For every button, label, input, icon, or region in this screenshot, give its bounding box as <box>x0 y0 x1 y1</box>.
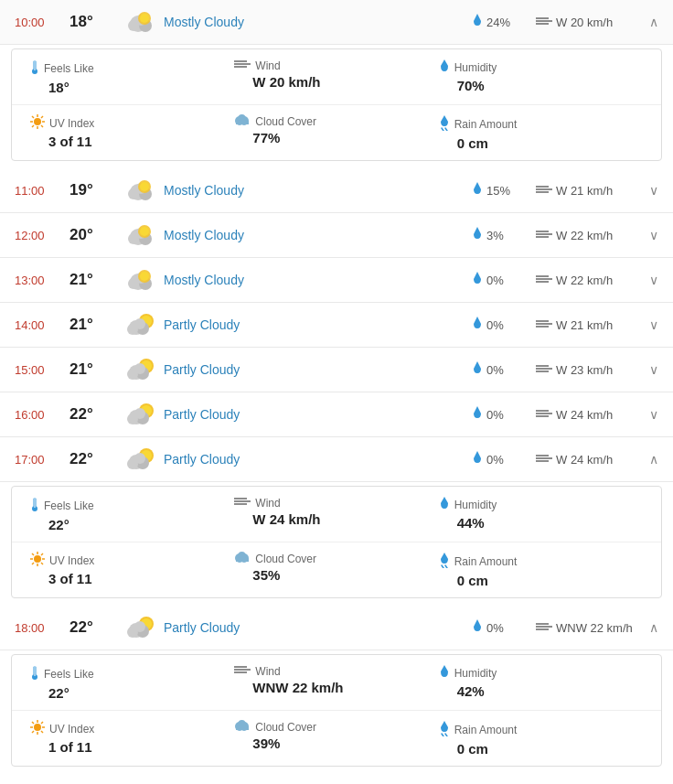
svg-point-110 <box>239 552 246 559</box>
weather-icon <box>120 222 164 248</box>
feels-like-item: Feels Like 22° <box>30 664 234 701</box>
svg-line-22 <box>41 116 43 118</box>
uv-label: UV Index <box>30 552 234 569</box>
chevron-icon: ∧ <box>636 15 658 29</box>
svg-line-21 <box>41 125 43 127</box>
chevron-icon: ∧ <box>636 452 658 467</box>
rain-drop-icon <box>472 227 483 244</box>
rain-drop-icon <box>472 361 483 379</box>
weather-icon <box>120 357 164 382</box>
wind-icon <box>536 363 552 377</box>
description: Partly Cloudy <box>164 452 472 467</box>
cloud-item: Cloud Cover 39% <box>234 720 438 757</box>
uv-value: 3 of 11 <box>48 571 234 586</box>
cloud-cover-icon <box>234 552 251 565</box>
wind-item: Wind W 24 km/h <box>234 496 438 532</box>
chevron-icon: ∨ <box>636 228 658 242</box>
wind-value: WNW 22 km/h <box>252 680 438 695</box>
detail-panel: Feels Like 22° Wind WNW 22 km/h Humidity… <box>11 654 662 767</box>
cloud-value: 39% <box>252 736 438 751</box>
time: 10:00 <box>15 16 69 29</box>
wind-speed: W 24 km/h <box>536 408 636 422</box>
weather-row[interactable]: 17:00 22° Partly Cloudy 0% W 24 km/h ∧ <box>0 437 673 482</box>
description: Partly Cloudy <box>164 620 472 635</box>
weather-row[interactable]: 14:00 21° Partly Cloudy 0% W 21 km/h ∨ <box>0 303 673 348</box>
weather-icon <box>120 312 164 338</box>
feels-like-item: Feels Like 18° <box>30 59 234 95</box>
wind-detail-icon <box>234 496 251 510</box>
cloud-cover-icon <box>234 720 251 734</box>
rain-drop-icon <box>472 451 483 468</box>
svg-point-15 <box>34 118 41 125</box>
weather-row[interactable]: 10:00 18° Mostly Cloudy 24% W 20 km/h ∧ <box>0 0 673 45</box>
rain-amount-label: Rain Amount <box>439 720 643 739</box>
wind-label: Wind <box>234 59 438 72</box>
humidity-label: Humidity <box>439 664 643 682</box>
uv-value: 1 of 11 <box>48 739 234 755</box>
weather-icon <box>120 267 164 293</box>
humidity-icon <box>439 496 450 513</box>
svg-point-71 <box>134 363 145 374</box>
svg-rect-111 <box>236 558 249 562</box>
rain-drop-icon <box>472 272 483 289</box>
humidity-value: 70% <box>457 78 643 93</box>
wind-speed: W 23 km/h <box>536 363 636 377</box>
rain-chance: 0% <box>472 317 536 334</box>
detail-panel: Feels Like 18° Wind W 20 km/h Humidity 7… <box>11 48 662 161</box>
svg-point-44 <box>140 227 149 236</box>
svg-line-105 <box>41 563 43 564</box>
description: Partly Cloudy <box>164 317 472 332</box>
feels-like-label: Feels Like <box>30 59 234 78</box>
wind-value: W 24 km/h <box>252 511 438 527</box>
wind-detail-icon <box>234 59 251 72</box>
svg-point-89 <box>134 453 145 464</box>
rain-amount-value: 0 cm <box>457 573 643 588</box>
rain-drop-icon <box>472 317 483 334</box>
svg-point-5 <box>140 14 149 23</box>
time: 11:00 <box>15 184 69 198</box>
thermometer-icon <box>30 59 39 78</box>
feels-like-value: 22° <box>48 517 234 532</box>
wind-item: Wind W 20 km/h <box>234 59 438 95</box>
rain-amount-item: Rain Amount 0 cm <box>439 720 643 757</box>
description: Partly Cloudy <box>164 362 472 377</box>
description: Mostly Cloudy <box>164 273 472 287</box>
cloud-label: Cloud Cover <box>234 552 438 565</box>
time: 16:00 <box>15 408 69 422</box>
description: Mostly Cloudy <box>164 183 472 198</box>
cloud-value: 35% <box>252 567 438 583</box>
rain-chance: 0% <box>472 619 536 637</box>
weather-row[interactable]: 12:00 20° Mostly Cloudy 3% W 22 km/h ∨ <box>0 213 673 258</box>
svg-line-112 <box>442 565 443 568</box>
detail-row-top: Feels Like 22° Wind WNW 22 km/h Humidity… <box>12 655 661 711</box>
wind-speed: W 22 km/h <box>536 229 636 242</box>
svg-line-29 <box>445 128 447 131</box>
svg-point-140 <box>239 720 246 727</box>
svg-line-23 <box>32 125 34 127</box>
weather-row[interactable]: 13:00 21° Mostly Cloudy 0% W 22 km/h ∨ <box>0 258 673 303</box>
rain-chance: 15% <box>472 182 536 199</box>
svg-line-135 <box>41 731 43 733</box>
rain-detail-icon <box>439 114 450 134</box>
time: 12:00 <box>15 229 69 242</box>
wind-speed: W 24 km/h <box>536 453 636 467</box>
wind-icon <box>536 408 552 422</box>
feels-like-value: 22° <box>48 685 234 701</box>
temperature: 20° <box>69 226 120 244</box>
weather-row[interactable]: 15:00 21° Partly Cloudy 0% W 23 km/h ∨ <box>0 348 673 392</box>
rain-chance: 0% <box>472 361 536 379</box>
humidity-value: 44% <box>457 515 643 531</box>
weather-row[interactable]: 11:00 19° Mostly Cloudy 15% W 21 km/h ∨ <box>0 168 673 213</box>
svg-point-129 <box>34 724 41 731</box>
rain-detail-icon <box>439 720 450 739</box>
description: Partly Cloudy <box>164 407 472 422</box>
weather-row[interactable]: 18:00 22° Partly Cloudy 0% WNW 22 km/h ∧ <box>0 606 673 650</box>
cloud-item: Cloud Cover 77% <box>234 114 438 151</box>
chevron-icon: ∧ <box>636 620 658 635</box>
wind-label: Wind <box>234 664 438 678</box>
feels-like-label: Feels Like <box>30 664 234 683</box>
temperature: 19° <box>69 181 120 199</box>
weather-row[interactable]: 16:00 22° Partly Cloudy 0% W 24 km/h ∨ <box>0 392 673 437</box>
description: Mostly Cloudy <box>164 228 472 242</box>
detail-panel: Feels Like 22° Wind W 24 km/h Humidity 4… <box>11 486 662 598</box>
